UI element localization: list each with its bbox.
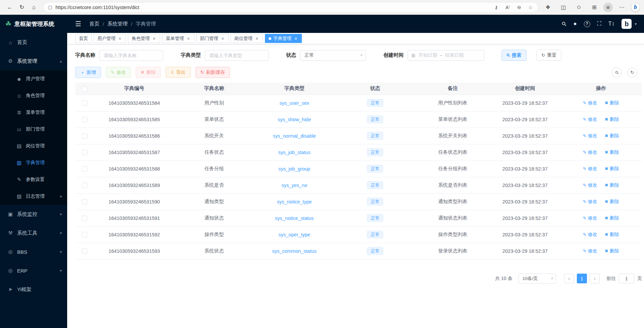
dict-type-link[interactable]: sys_job_status (278, 150, 311, 155)
row-checkbox[interactable] (82, 150, 87, 155)
goto-page-input[interactable] (619, 274, 634, 283)
sidebar-item-bbs[interactable]: ◎ BBS ▾ (0, 242, 67, 261)
dict-type-link[interactable]: sys_show_hide (278, 117, 311, 122)
profile-avatar[interactable]: ☻ (603, 3, 613, 12)
zoom-out-icon[interactable]: ⊖ (514, 3, 524, 12)
row-delete-button[interactable]: ✖ 删除 (605, 149, 619, 155)
row-checkbox[interactable] (82, 166, 87, 172)
row-edit-button[interactable]: ✎ 修改 (583, 116, 597, 123)
row-edit-button[interactable]: ✎ 修改 (583, 182, 597, 188)
sidebar-item-param-settings[interactable]: ✎ 参数设置 (0, 171, 67, 188)
row-edit-button[interactable]: ✎ 修改 (583, 232, 597, 238)
breadcrumb-system-mgmt[interactable]: 系统管理 (107, 21, 128, 27)
sidebar-item-log-mgmt[interactable]: ▨ 日志管理 ▾ (0, 188, 67, 205)
row-delete-button[interactable]: ✖ 删除 (605, 232, 619, 238)
status-select[interactable]: 正常 ▾ (300, 50, 366, 61)
row-checkbox[interactable] (82, 133, 87, 139)
address-bar[interactable]: ▢ https://ccnetcore.com:1101/system/dict… (43, 2, 538, 13)
row-edit-button[interactable]: ✎ 修改 (583, 149, 597, 155)
refresh-table-icon[interactable]: ↻ (627, 67, 637, 78)
refresh-cache-button[interactable]: ↻ 刷新缓存 (195, 67, 230, 78)
app-logo[interactable]: ☘ 意框架管理系统 (0, 15, 67, 33)
sidebar-item-post-mgmt[interactable]: ▤ 岗位管理 (0, 138, 67, 154)
row-delete-button[interactable]: ✖ 删除 (605, 116, 619, 123)
row-delete-button[interactable]: ✖ 删除 (605, 182, 619, 188)
dict-type-link[interactable]: sys_user_sex (279, 100, 309, 106)
row-delete-button[interactable]: ✖ 删除 (605, 133, 619, 139)
add-favorite-icon[interactable]: ☆ (525, 3, 536, 12)
row-edit-button[interactable]: ✎ 修改 (583, 199, 597, 205)
dict-type-link[interactable]: sys_job_group (279, 166, 310, 172)
dict-name-input[interactable] (99, 50, 163, 61)
export-button[interactable]: ⇩ 导出 (166, 67, 191, 78)
dict-type-link[interactable]: sys_notice_status (275, 216, 314, 221)
tab-dict-mgmt[interactable]: 字典管理 × (265, 34, 302, 43)
select-all-checkbox[interactable] (82, 86, 87, 92)
delete-button[interactable]: ✖ 删除 (136, 67, 161, 78)
hamburger-icon[interactable]: ☰ (75, 20, 81, 28)
sidebar-item-home[interactable]: ⌂ 首页 (0, 33, 67, 52)
row-checkbox[interactable] (82, 183, 87, 188)
read-aloud-icon[interactable]: A⁾ (502, 3, 513, 12)
row-edit-button[interactable]: ✎ 修改 (583, 166, 597, 172)
sidebar-item-menu-mgmt[interactable]: ≣ 菜单管理 (0, 104, 67, 121)
sidebar-item-dept-mgmt[interactable]: ⚏ 部门管理 (0, 121, 67, 138)
row-edit-button[interactable]: ✎ 修改 (583, 133, 597, 139)
sidebar-item-system-mgmt[interactable]: ⚙ 系统管理 ▴ (0, 52, 67, 71)
row-delete-button[interactable]: ✖ 删除 (605, 199, 619, 205)
chevron-down-icon[interactable]: ▾ (635, 22, 637, 26)
close-icon[interactable]: × (293, 36, 298, 41)
sidebar-item-erp[interactable]: ◎ ERP ▾ (0, 261, 67, 280)
row-checkbox[interactable] (82, 100, 87, 106)
row-checkbox[interactable] (82, 199, 87, 204)
sidebar-item-system-tools[interactable]: ⚒ 系统工具 ▾ (0, 224, 67, 242)
row-delete-button[interactable]: ✖ 删除 (605, 166, 619, 172)
site-info-icon[interactable]: ▢ (48, 5, 52, 10)
dict-type-link[interactable]: sys_common_status (272, 248, 317, 254)
row-edit-button[interactable]: ✎ 修改 (583, 215, 597, 221)
tab-user-mgmt[interactable]: 用户管理 × (94, 34, 126, 43)
close-icon[interactable]: × (152, 36, 156, 41)
reload-icon[interactable]: ↻ (16, 2, 28, 13)
favorites-bar-icon[interactable]: ✩ (572, 2, 585, 13)
dict-type-input[interactable] (205, 50, 269, 61)
show-search-toggle-icon[interactable]: ⚲ (610, 65, 624, 79)
row-delete-button[interactable]: ✖ 删除 (605, 248, 619, 254)
row-checkbox[interactable] (82, 232, 87, 237)
dict-type-link[interactable]: sys_normal_disable (273, 133, 316, 139)
fullscreen-icon[interactable]: ⛶ (597, 20, 601, 27)
tab-dept-mgmt[interactable]: 部门管理 × (196, 34, 229, 43)
bing-copilot-icon[interactable]: b (631, 3, 640, 12)
close-icon[interactable]: × (220, 36, 225, 41)
row-delete-button[interactable]: ✖ 删除 (605, 215, 619, 221)
current-page-button[interactable]: 1 (577, 274, 587, 283)
close-icon[interactable]: × (255, 36, 259, 41)
sidebar-item-system-monitor[interactable]: ▣ 系统监控 ▾ (0, 205, 67, 224)
reset-button[interactable]: ↻ 重置 (537, 50, 562, 61)
close-icon[interactable]: × (118, 36, 122, 41)
help-icon[interactable]: ? (584, 21, 590, 27)
search-icon[interactable]: ⚲ (560, 20, 568, 28)
extensions-icon[interactable]: ❖ (542, 2, 554, 13)
back-icon[interactable]: ← (4, 2, 15, 13)
row-edit-button[interactable]: ✎ 修改 (583, 248, 597, 254)
row-edit-button[interactable]: ✎ 修改 (583, 100, 597, 106)
add-button[interactable]: ＋ 新增 (75, 67, 101, 78)
breadcrumb-home[interactable]: 首页 (89, 21, 99, 27)
row-checkbox[interactable] (82, 216, 87, 221)
browser-menu-icon[interactable]: ⋯ (615, 2, 628, 13)
sidebar-item-user-mgmt[interactable]: ☻ 用户管理 (0, 71, 67, 87)
sidebar-item-role-mgmt[interactable]: ☺ 角色管理 (0, 87, 67, 104)
sidebar-item-dict-mgmt[interactable]: ▥ 字典管理 (0, 154, 67, 171)
page-size-select[interactable]: 10条/页 ▾ (518, 274, 556, 284)
tab-home[interactable]: 首页 (75, 34, 92, 43)
close-icon[interactable]: × (186, 36, 191, 41)
prev-page-button[interactable]: ‹ (564, 274, 574, 283)
split-screen-icon[interactable]: ◫ (557, 2, 570, 13)
password-key-icon[interactable]: ⚷ (491, 3, 502, 12)
font-size-icon[interactable]: T↕ (608, 20, 615, 27)
sidebar-item-yi-framework[interactable]: ➤ Yi框架 (0, 280, 67, 299)
search-button[interactable]: ⚲ 搜索 (502, 50, 526, 61)
tab-menu-mgmt[interactable]: 菜单管理 × (162, 34, 194, 43)
github-icon[interactable]: ● (573, 20, 577, 27)
